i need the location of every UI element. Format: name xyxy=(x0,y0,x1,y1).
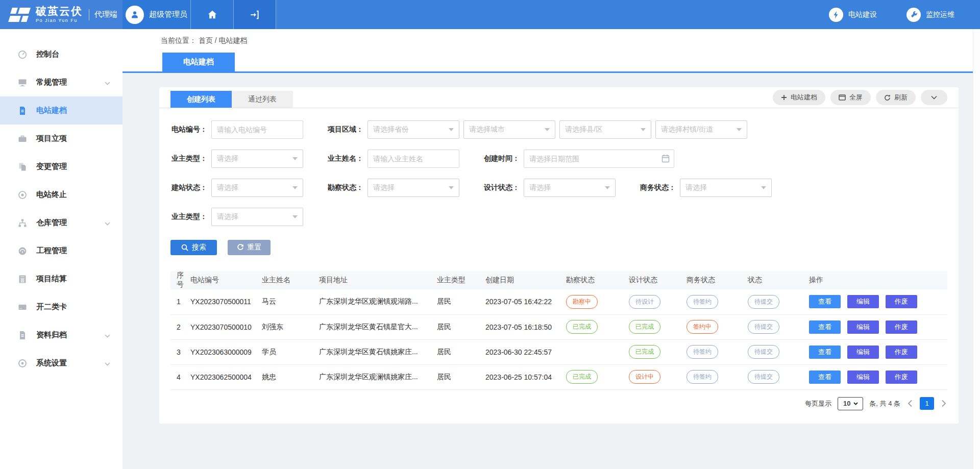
fullscreen-button[interactable]: 全屏 xyxy=(830,90,871,105)
org-chart-icon xyxy=(17,218,28,228)
user-icon xyxy=(129,9,140,20)
per-page-select[interactable]: 10 xyxy=(838,397,863,410)
sidebar-item-project-initiation[interactable]: 项目立项 xyxy=(0,125,122,153)
portal-label: 代理端 xyxy=(94,10,117,19)
cell-created: 2023-06-25 10:57:04 xyxy=(483,364,564,389)
village-select[interactable]: 请选择村镇/街道 xyxy=(655,120,747,139)
user-menu[interactable]: 超级管理员 xyxy=(122,0,191,29)
filter-form: 电站编号： 项目区域： 请选择省份 请选择城市 请选择县/区 请选择村镇/街道 xyxy=(159,108,959,226)
sidebar-item-change-mgmt[interactable]: 变更管理 xyxy=(0,153,122,181)
view-button[interactable]: 查看 xyxy=(809,345,841,359)
app-window: 破茧云伏 Po Jian Yun Fu 代理端 超级管理员 xyxy=(0,0,980,469)
sidebar-item-warehouse-mgmt[interactable]: 仓库管理 xyxy=(0,209,122,237)
edit-button[interactable]: 编辑 xyxy=(847,320,879,334)
edit-button[interactable]: 编辑 xyxy=(847,345,879,359)
edit-button[interactable]: 编辑 xyxy=(847,371,879,384)
province-select[interactable]: 请选择省份 xyxy=(368,120,459,139)
create-station-button[interactable]: 电站建档 xyxy=(773,90,825,105)
view-button[interactable]: 查看 xyxy=(809,371,841,384)
sidebar-item-engineering-mgmt[interactable]: 工程管理 xyxy=(0,237,122,265)
view-button[interactable]: 查看 xyxy=(809,320,841,334)
logout-button[interactable] xyxy=(234,0,276,29)
cell-address: 广东深圳龙华区观澜镇观湖路... xyxy=(317,289,435,314)
business-status-label: 商务状态： xyxy=(639,183,676,192)
edit-button[interactable]: 编辑 xyxy=(847,295,879,308)
settings-target-icon xyxy=(17,358,28,368)
document-icon xyxy=(17,106,28,116)
prev-page-button[interactable] xyxy=(906,400,914,407)
chevron-down-icon xyxy=(105,218,110,227)
view-button[interactable]: 查看 xyxy=(809,295,841,308)
cell-created: 2023-06-30 22:45:57 xyxy=(483,339,564,364)
void-button[interactable]: 作废 xyxy=(886,295,917,308)
cell-index: 2 xyxy=(170,314,188,339)
cell-owner-type: 居民 xyxy=(435,339,483,364)
void-button[interactable]: 作废 xyxy=(886,320,917,334)
city-select[interactable]: 请选择城市 xyxy=(463,120,555,139)
cell-address: 广东深圳龙华区黄石镇星官大... xyxy=(317,314,435,339)
user-name: 超级管理员 xyxy=(149,10,187,19)
reset-button[interactable]: 重置 xyxy=(228,240,271,255)
survey-status-select[interactable]: 请选择 xyxy=(368,179,459,197)
table-header-row: 序号 电站编号 业主姓名 项目地址 业主类型 创建日期 勘察状态 设计状态 商务… xyxy=(170,271,947,289)
dashboard-icon xyxy=(17,50,28,60)
brand-logo-icon xyxy=(8,6,32,23)
cell-station-no: YX2023062500004 xyxy=(188,364,260,389)
sidebar-item-system-settings[interactable]: 系统设置 xyxy=(0,349,122,377)
county-select[interactable]: 请选择县/区 xyxy=(559,120,651,139)
col-business-status: 商务状态 xyxy=(684,271,746,289)
sidebar-item-station-termination[interactable]: 电站终止 xyxy=(0,181,122,209)
cell-owner-type: 居民 xyxy=(435,314,483,339)
design-status-badge: 设计中 xyxy=(629,370,660,384)
status-badge: 待提交 xyxy=(748,295,779,309)
business-status-select[interactable]: 请选择 xyxy=(680,179,772,197)
tab-create-list[interactable]: 创建列表 xyxy=(170,91,232,108)
cell-station-no: YX2023070500010 xyxy=(188,314,260,339)
cell-owner-type: 居民 xyxy=(435,289,483,314)
sidebar-item-station-filing[interactable]: 电站建档 xyxy=(0,96,122,125)
cell-owner: 学员 xyxy=(260,339,317,364)
logout-icon xyxy=(249,9,260,20)
home-button[interactable] xyxy=(191,0,234,29)
search-button[interactable]: 搜索 xyxy=(170,240,217,255)
owner-name-input[interactable] xyxy=(368,150,459,168)
design-status-select[interactable]: 请选择 xyxy=(524,179,616,197)
tab-passed-list[interactable]: 通过列表 xyxy=(232,91,293,108)
nav-monitor-ops-label: 监控运维 xyxy=(926,10,954,19)
date-range-input[interactable] xyxy=(524,150,674,168)
caret-down-icon xyxy=(853,402,858,405)
col-actions: 操作 xyxy=(807,271,947,289)
nav-station-build[interactable]: 电站建设 xyxy=(829,8,877,22)
caret-down-icon xyxy=(449,186,454,189)
brand-subtitle: Po Jian Yun Fu xyxy=(36,18,83,23)
region-label: 项目区域： xyxy=(327,125,363,134)
refresh-button[interactable]: 刷新 xyxy=(876,90,916,105)
header-nav-segments: 超级管理员 xyxy=(122,0,276,29)
page-tab-station-filing[interactable]: 电站建档 xyxy=(162,53,235,71)
owner-type2-select[interactable]: 请选择 xyxy=(211,208,303,226)
build-status-select[interactable]: 请选择 xyxy=(211,179,303,197)
sidebar-item-class2-card[interactable]: 开二类卡 xyxy=(0,293,122,321)
next-page-button[interactable] xyxy=(940,400,947,407)
chevron-down-icon xyxy=(931,95,937,100)
col-owner: 业主姓名 xyxy=(260,271,317,289)
collapse-toolbar-button[interactable] xyxy=(921,90,947,105)
sidebar-item-data-archive[interactable]: 资料归档 xyxy=(0,321,122,349)
sidebar-item-console[interactable]: 控制台 xyxy=(0,40,122,68)
sidebar-item-general-mgmt[interactable]: 常规管理 xyxy=(0,68,122,96)
void-button[interactable]: 作废 xyxy=(886,371,917,384)
per-page-label: 每页显示 xyxy=(805,399,831,408)
station-no-input[interactable] xyxy=(211,120,303,139)
owner-name-label: 业主姓名： xyxy=(327,154,363,163)
nav-station-build-label: 电站建设 xyxy=(848,10,877,19)
sidebar-item-project-settlement[interactable]: 项目结算 xyxy=(0,265,122,293)
owner-type-select[interactable]: 请选择 xyxy=(211,150,303,168)
nav-monitor-ops[interactable]: 监控运维 xyxy=(906,8,954,22)
briefcase-icon xyxy=(17,134,28,144)
void-button[interactable]: 作废 xyxy=(886,345,917,359)
breadcrumb-path[interactable]: 首页 / 电站建档 xyxy=(199,36,248,45)
list-panel: 创建列表 通过列表 电站建档 全屏 xyxy=(159,87,959,424)
home-icon xyxy=(207,9,218,20)
scrollbar-track[interactable] xyxy=(973,29,980,469)
page-1-button[interactable]: 1 xyxy=(920,397,934,410)
